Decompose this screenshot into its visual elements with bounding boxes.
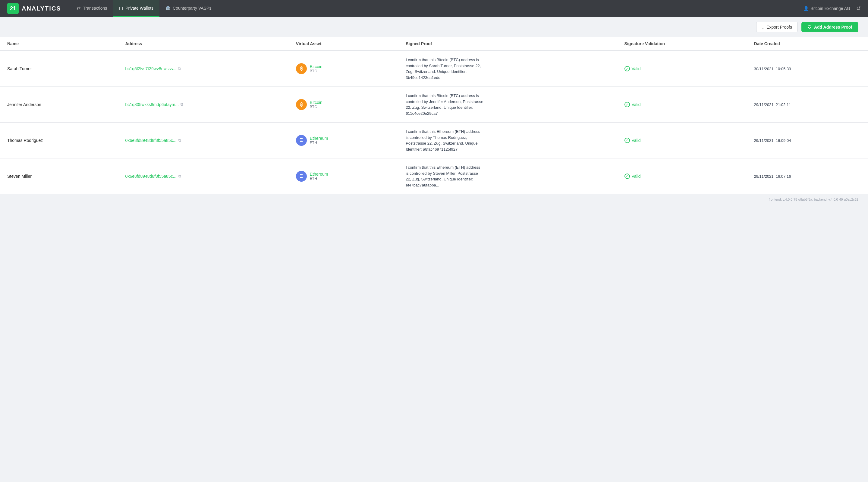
- export-label: Export Proofs: [767, 25, 792, 30]
- table-row: Sarah Turner bc1q5f2lvs7t29wv8nwsss... ⧉…: [0, 51, 868, 87]
- col-address: Address: [118, 37, 289, 51]
- valid-badge-0: ✓ Valid: [624, 66, 740, 71]
- address-link-3[interactable]: 0x6e8fd8948d8f8f55a85c... ⧉: [125, 174, 281, 179]
- cell-asset-2: Ξ Ethereum ETH: [289, 123, 398, 158]
- cell-proof-2: I confirm that this Ethereum (ETH) addre…: [398, 123, 617, 158]
- asset-icon-0: ₿: [296, 63, 307, 74]
- cell-validation-2: ✓ Valid: [617, 123, 747, 158]
- export-proofs-button[interactable]: ↓ Export Proofs: [756, 22, 798, 32]
- navbar: 21 ANALYTICS ⇄ Transactions ◫ Private Wa…: [0, 0, 868, 17]
- asset-name-link-0[interactable]: Bitcoin: [310, 64, 322, 69]
- add-address-proof-button[interactable]: 🛡 Add Address Proof: [801, 22, 858, 32]
- nav-counterparty-vasps-label: Counterparty VASPs: [173, 6, 211, 10]
- cell-validation-3: ✓ Valid: [617, 158, 747, 194]
- version-text: frontend: v.4.0.0-75-g8ab8f8a, backend: …: [769, 198, 858, 201]
- app-logo: 21 ANALYTICS: [7, 3, 61, 14]
- valid-label-1: Valid: [632, 102, 641, 107]
- cell-name-3: Steven Miller: [0, 158, 118, 194]
- cell-date-1: 29/11/2021, 21:02:11: [747, 87, 868, 123]
- nav-transactions[interactable]: ⇄ Transactions: [71, 0, 113, 17]
- nav-transactions-label: Transactions: [83, 6, 107, 10]
- logo-text: ANALYTICS: [22, 5, 61, 12]
- cell-date-3: 29/11/2021, 16:07:16: [747, 158, 868, 194]
- copy-icon-3[interactable]: ⧉: [178, 174, 181, 179]
- address-link-0[interactable]: bc1q5f2lvs7t29wv8nwsss... ⧉: [125, 66, 281, 71]
- valid-label-3: Valid: [632, 174, 641, 179]
- table-row: Steven Miller 0x6e8fd8948d8f8f55a85c... …: [0, 158, 868, 194]
- signed-proof-text-0: I confirm that this Bitcoin (BTC) addres…: [406, 57, 484, 81]
- nav-user: 👤 Bitcoin Exchange AG: [804, 6, 850, 11]
- signed-proof-text-3: I confirm that this Ethereum (ETH) addre…: [406, 164, 484, 188]
- person-name-0: Sarah Turner: [7, 66, 32, 71]
- asset-name-block-0: Bitcoin BTC: [310, 64, 322, 73]
- asset-icon-3: Ξ: [296, 171, 307, 182]
- add-label: Add Address Proof: [814, 25, 852, 30]
- cell-address-3: 0x6e8fd8948d8f8f55a85c... ⧉: [118, 158, 289, 194]
- asset-name-link-3[interactable]: Ethereum: [310, 172, 328, 176]
- asset-name-link-2[interactable]: Ethereum: [310, 136, 328, 141]
- signed-proof-text-1: I confirm that this Bitcoin (BTC) addres…: [406, 93, 484, 116]
- cell-asset-0: ₿ Bitcoin BTC: [289, 51, 398, 87]
- asset-name-block-3: Ethereum ETH: [310, 172, 328, 181]
- asset-cell-3: Ξ Ethereum ETH: [296, 171, 391, 182]
- nav-user-label: Bitcoin Exchange AG: [810, 6, 850, 11]
- address-link-2[interactable]: 0x6e8fd8948d8f8f55a85c... ⧉: [125, 138, 281, 143]
- valid-circle-icon-3: ✓: [624, 173, 630, 179]
- cell-address-2: 0x6e8fd8948d8f8f55a85c... ⧉: [118, 123, 289, 158]
- logo-box: 21: [7, 3, 19, 14]
- proofs-table: Name Address Virtual Asset Signed Proof …: [0, 37, 868, 194]
- valid-badge-2: ✓ Valid: [624, 138, 740, 143]
- address-text-0: bc1q5f2lvs7t29wv8nwsss...: [125, 66, 177, 71]
- cell-address-1: bc1q805wkks8mdp6ufaym... ⧉: [118, 87, 289, 123]
- refresh-button[interactable]: ↺: [856, 5, 861, 12]
- address-link-1[interactable]: bc1q805wkks8mdp6ufaym... ⧉: [125, 102, 281, 107]
- cell-asset-3: Ξ Ethereum ETH: [289, 158, 398, 194]
- shield-plus-icon: 🛡: [807, 25, 812, 30]
- valid-label-2: Valid: [632, 138, 641, 143]
- asset-icon-2: Ξ: [296, 135, 307, 146]
- asset-cell-0: ₿ Bitcoin BTC: [296, 63, 391, 74]
- cell-name-0: Sarah Turner: [0, 51, 118, 87]
- cell-date-2: 29/11/2021, 16:09:04: [747, 123, 868, 158]
- asset-name-link-1[interactable]: Bitcoin: [310, 100, 322, 105]
- nav-counterparty-vasps[interactable]: 🏦 Counterparty VASPs: [159, 0, 217, 17]
- cell-address-0: bc1q5f2lvs7t29wv8nwsss... ⧉: [118, 51, 289, 87]
- date-text-1: 29/11/2021, 21:02:11: [754, 102, 791, 107]
- cell-name-2: Thomas Rodriguez: [0, 123, 118, 158]
- person-name-3: Steven Miller: [7, 174, 32, 179]
- cell-asset-1: ₿ Bitcoin BTC: [289, 87, 398, 123]
- asset-ticker-3: ETH: [310, 176, 328, 181]
- valid-circle-icon-2: ✓: [624, 138, 630, 143]
- cell-proof-1: I confirm that this Bitcoin (BTC) addres…: [398, 87, 617, 123]
- date-text-2: 29/11/2021, 16:09:04: [754, 138, 791, 143]
- cell-proof-0: I confirm that this Bitcoin (BTC) addres…: [398, 51, 617, 87]
- col-signature-validation: Signature Validation: [617, 37, 747, 51]
- copy-icon-2[interactable]: ⧉: [178, 138, 181, 143]
- signed-proof-text-2: I confirm that this Ethereum (ETH) addre…: [406, 129, 484, 152]
- valid-badge-3: ✓ Valid: [624, 173, 740, 179]
- copy-icon-0[interactable]: ⧉: [178, 66, 181, 71]
- col-virtual-asset: Virtual Asset: [289, 37, 398, 51]
- person-name-1: Jennifer Anderson: [7, 102, 41, 107]
- valid-circle-icon-0: ✓: [624, 66, 630, 71]
- nav-private-wallets[interactable]: ◫ Private Wallets: [113, 0, 159, 17]
- col-date-created: Date Created: [747, 37, 868, 51]
- col-signed-proof: Signed Proof: [398, 37, 617, 51]
- asset-name-block-1: Bitcoin BTC: [310, 100, 322, 109]
- export-icon: ↓: [762, 24, 764, 30]
- nav-private-wallets-label: Private Wallets: [125, 6, 153, 10]
- address-text-2: 0x6e8fd8948d8f8f55a85c...: [125, 138, 177, 143]
- valid-badge-1: ✓ Valid: [624, 102, 740, 107]
- cell-date-0: 30/11/2021, 10:05:39: [747, 51, 868, 87]
- asset-ticker-1: BTC: [310, 105, 322, 109]
- cell-proof-3: I confirm that this Ethereum (ETH) addre…: [398, 158, 617, 194]
- table-header-row: Name Address Virtual Asset Signed Proof …: [0, 37, 868, 51]
- copy-icon-1[interactable]: ⧉: [181, 102, 183, 107]
- wallet-icon: ◫: [119, 6, 123, 10]
- toolbar: ↓ Export Proofs 🛡 Add Address Proof: [0, 17, 868, 37]
- app-footer: frontend: v.4.0.0-75-g8ab8f8a, backend: …: [0, 194, 868, 205]
- address-text-3: 0x6e8fd8948d8f8f55a85c...: [125, 174, 177, 179]
- cell-validation-1: ✓ Valid: [617, 87, 747, 123]
- valid-circle-icon-1: ✓: [624, 102, 630, 107]
- date-text-0: 30/11/2021, 10:05:39: [754, 67, 791, 71]
